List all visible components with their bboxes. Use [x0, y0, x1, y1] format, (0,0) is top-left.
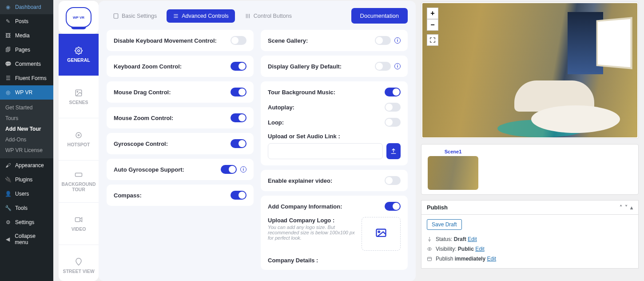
media-icon: 🖾 — [4, 32, 12, 39]
calendar-icon — [427, 256, 432, 261]
edit-status-link[interactable]: Edit — [468, 236, 477, 242]
sidebar-submenu: Get Started Tours Add New Tour Add-Ons W… — [0, 100, 53, 158]
setting-explainer: Enable explainer video: — [261, 170, 408, 191]
target-icon — [75, 131, 83, 139]
toggle-loop[interactable] — [385, 118, 401, 127]
svg-rect-17 — [428, 257, 432, 261]
vtab-video[interactable]: VIDEO — [59, 203, 99, 245]
sidebar-item-tools[interactable]: 🔧Tools — [0, 201, 53, 215]
submenu-addons[interactable]: Add-Ons — [0, 134, 53, 145]
gear-icon — [75, 47, 83, 55]
tab-basic-settings[interactable]: Basic Settings — [107, 9, 163, 23]
toggle-compass[interactable] — [231, 191, 246, 200]
toggle-keyboard-zoom[interactable] — [231, 62, 246, 71]
edit-visibility-link[interactable]: Edit — [475, 246, 485, 252]
sidebar-item-dashboard[interactable]: ◉Dashboard — [0, 0, 53, 14]
info-icon[interactable]: i — [240, 166, 246, 173]
sliders-icon — [173, 13, 179, 19]
documentation-button[interactable]: Documentation — [351, 8, 408, 24]
sidebar-item-pages[interactable]: 🗐Pages — [0, 43, 53, 57]
submenu-tours[interactable]: Tours — [0, 113, 53, 124]
toggle-company-info[interactable] — [385, 202, 401, 211]
caret-up-icon[interactable]: ▴ — [630, 205, 633, 211]
sidebar-item-media[interactable]: 🖾Media — [0, 28, 53, 43]
wpvr-logo: WP VR — [59, 1, 99, 34]
svg-point-4 — [78, 135, 80, 136]
panorama-viewport[interactable]: + − — [422, 3, 637, 137]
setting-mouse-drag: Mouse Drag Control: — [107, 81, 254, 103]
brush-icon: 🖌 — [4, 162, 12, 169]
submenu-addnewtour[interactable]: Add New Tour — [0, 124, 53, 134]
dashboard-icon: ◉ — [4, 4, 12, 11]
svg-point-0 — [78, 50, 80, 52]
edit-schedule-link[interactable]: Edit — [487, 256, 496, 262]
fullscreen-button[interactable] — [427, 34, 438, 46]
upload-audio-button[interactable] — [386, 143, 401, 159]
sidebar-item-plugins[interactable]: 🔌Plugins — [0, 173, 53, 187]
scene-thumbnail — [428, 156, 478, 190]
sidebar-item-appearance[interactable]: 🖌Appearance — [0, 158, 53, 173]
toggle-scene-gallery[interactable] — [375, 36, 391, 45]
sidebar-item-posts[interactable]: ✎Posts — [0, 14, 53, 28]
pin-icon — [427, 237, 432, 242]
vtab-general[interactable]: GENERAL — [59, 34, 99, 76]
plug-icon: 🔌 — [4, 176, 12, 183]
eye-icon — [427, 246, 432, 252]
svg-rect-6 — [76, 218, 80, 222]
vr-icon: ◎ — [4, 89, 12, 96]
svg-rect-7 — [114, 13, 118, 18]
tab-control-buttons[interactable]: Control Buttons — [239, 9, 298, 23]
vtab-scenes[interactable]: SCENES — [59, 76, 99, 118]
toggle-gyroscope[interactable] — [231, 139, 246, 148]
vtab-hotspot[interactable]: HOTSPOT — [59, 118, 99, 161]
panorama-preview: + − — [421, 2, 639, 139]
video-icon — [75, 216, 83, 224]
vtab-streetview[interactable]: STREET VIEW — [59, 245, 99, 281]
toggle-bg-music[interactable] — [385, 88, 401, 96]
sidebar-item-users[interactable]: 👤Users — [0, 187, 53, 201]
info-icon[interactable]: i — [394, 37, 401, 44]
wrench-icon: 🔧 — [4, 205, 12, 212]
toggle-autoplay[interactable] — [385, 103, 401, 112]
vtab-bgtour[interactable]: BACKGROUND TOUR — [59, 161, 99, 203]
svg-point-3 — [76, 132, 81, 138]
vertical-tabs: GENERAL SCENES HOTSPOT BACKGROUND TOUR V… — [59, 34, 99, 281]
pages-icon: 🗐 — [4, 46, 12, 53]
toggle-mouse-zoom[interactable] — [231, 113, 246, 122]
sidebar-item-comments[interactable]: 💬Comments — [0, 57, 53, 71]
sidebar-item-collapse[interactable]: ◀Collapse menu — [0, 229, 53, 249]
chevron-down-icon[interactable]: ˅ — [625, 205, 628, 211]
image-icon — [75, 89, 83, 97]
toggle-disable-keyboard[interactable] — [231, 36, 246, 45]
setting-disable-keyboard: Disable Keyboard Movement Control: — [107, 30, 254, 51]
chevron-up-icon[interactable]: ˄ — [620, 205, 622, 211]
wp-admin-sidebar: ◉Dashboard ✎Posts 🖾Media 🗐Pages 💬Comment… — [0, 0, 53, 281]
save-draft-button[interactable]: Save Draft — [427, 219, 462, 230]
zoom-in-button[interactable]: + — [427, 8, 438, 19]
setting-display-gallery: Display Gallery By Default:i — [261, 56, 408, 77]
info-icon[interactable]: i — [394, 63, 401, 69]
toggle-mouse-drag[interactable] — [231, 88, 246, 96]
pin-icon: ✎ — [4, 18, 12, 25]
tab-advanced-controls[interactable]: Advanced Controls — [167, 9, 235, 23]
submenu-getstarted[interactable]: Get Started — [0, 102, 53, 113]
controls-icon — [245, 13, 251, 19]
zoom-out-button[interactable]: − — [427, 19, 438, 31]
doc-icon — [113, 13, 119, 19]
submenu-license[interactable]: WP VR License — [0, 145, 53, 156]
scene-item[interactable]: Scene1 — [428, 149, 478, 190]
audio-link-input[interactable] — [268, 143, 383, 159]
setting-mouse-zoom: Mouse Zoom Control: — [107, 107, 254, 128]
sidebar-item-settings[interactable]: ⚙Settings — [0, 215, 53, 229]
user-icon: 👤 — [4, 190, 12, 197]
toggle-auto-gyro[interactable] — [221, 165, 237, 174]
logo-upload-dropzone[interactable] — [362, 217, 401, 251]
toggle-display-gallery[interactable] — [375, 62, 391, 71]
setting-auto-gyro: Auto Gyroscope Support:i — [107, 159, 254, 180]
sidebar-item-wpvr[interactable]: ◎WP VR — [0, 85, 53, 100]
setting-bg-music: Tour Background Music: Autoplay: Loop: U… — [261, 81, 408, 165]
svg-point-2 — [77, 91, 78, 92]
comments-icon: 💬 — [4, 60, 12, 68]
sidebar-item-fluentforms[interactable]: ☰Fluent Forms — [0, 71, 53, 85]
toggle-explainer[interactable] — [385, 176, 401, 185]
